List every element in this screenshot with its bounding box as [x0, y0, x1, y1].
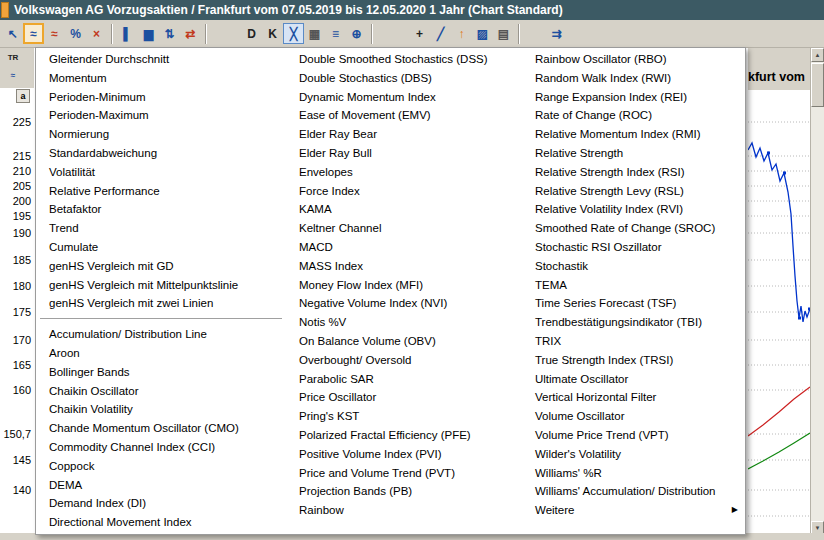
menu-item[interactable]: Keltner Channel	[286, 219, 522, 238]
menu-item[interactable]: Trendbestätigungsindikator (TBI)	[522, 313, 745, 332]
menu-item[interactable]: Bollinger Bands	[36, 363, 286, 382]
menu-item[interactable]: Cumulate	[36, 238, 286, 257]
menu-item[interactable]: Williams' %R	[522, 464, 745, 483]
menu-item[interactable]: Wilder's Volatility	[522, 445, 745, 464]
menu-item[interactable]: Relative Volatility Index (RVI)	[522, 200, 745, 219]
menu-item[interactable]: Aroon	[36, 344, 286, 363]
menu-item[interactable]: genHS Vergleich mit Mittelpunktslinie	[36, 276, 286, 295]
menu-item[interactable]: Normierung	[36, 125, 286, 144]
menu-item[interactable]: Betafaktor	[36, 200, 286, 219]
remove-indicator-button[interactable]: ×	[86, 23, 107, 44]
menu-item-weitere[interactable]: Weitere ▶	[522, 501, 745, 520]
scale-arrows-button[interactable]: ⇅	[159, 23, 180, 44]
menu-item[interactable]: genHS Vergleich mit zwei Linien	[36, 294, 286, 313]
menu-item[interactable]: Demand Index (DI)	[36, 494, 286, 513]
menu-item[interactable]: Double Stochastics (DBS)	[286, 69, 522, 88]
menu-item[interactable]: DEMA	[36, 476, 286, 495]
menu-item[interactable]: Range Expansion Index (REI)	[522, 88, 745, 107]
menu-item[interactable]: Williams' Accumulation/ Distribution	[522, 482, 745, 501]
menu-item[interactable]: Rainbow Oscillator (RBO)	[522, 50, 745, 69]
menu-item[interactable]: MACD	[286, 238, 522, 257]
menu-item[interactable]: Perioden-Maximum	[36, 106, 286, 125]
menu-item[interactable]: TRIX	[522, 332, 745, 351]
menu-item[interactable]: Relative Strength Levy (RSL)	[522, 182, 745, 201]
candle-view-button[interactable]: K	[262, 23, 283, 44]
menu-item[interactable]: Price Oscillator	[286, 388, 522, 407]
menu-item[interactable]: Volatilität	[36, 163, 286, 182]
line-style-button[interactable]: ≡	[325, 23, 346, 44]
menu-item[interactable]: On Balance Volume (OBV)	[286, 332, 522, 351]
menu-item[interactable]: Coppock	[36, 457, 286, 476]
menu-item[interactable]: Smoothed Rate of Change (SROC)	[522, 219, 745, 238]
hatch-tool-button[interactable]: ▨	[472, 23, 493, 44]
menu-item[interactable]: Relative Strength	[522, 144, 745, 163]
trendline-tool-button[interactable]: ╱	[430, 23, 451, 44]
indicator-compare-button[interactable]: ≈	[44, 23, 65, 44]
menu-item[interactable]: Positive Volume Index (PVI)	[286, 445, 522, 464]
vertical-scrollbar[interactable]: ▲ ▼	[810, 48, 824, 535]
menu-item[interactable]: Perioden-Minimum	[36, 88, 286, 107]
menu-item[interactable]: Price and Volume Trend (PVT)	[286, 464, 522, 483]
menu-item[interactable]: Directional Movement Index	[36, 513, 286, 532]
menu-item[interactable]: Pring's KST	[286, 407, 522, 426]
menu-item[interactable]: Envelopes	[286, 163, 522, 182]
menu-item[interactable]: Volume Price Trend (VPT)	[522, 426, 745, 445]
menu-item[interactable]: Dynamic Momentum Index	[286, 88, 522, 107]
menu-item[interactable]: Notis %V	[286, 313, 522, 332]
menu-item[interactable]: Chaikin Volatility	[36, 400, 286, 419]
menu-item[interactable]: Stochastik	[522, 257, 745, 276]
menu-item[interactable]: Relative Momentum Index (RMI)	[522, 125, 745, 144]
menu-item[interactable]: TEMA	[522, 276, 745, 295]
web-button[interactable]: ⊕	[346, 23, 367, 44]
menu-item[interactable]: Vertical Horizontal Filter	[522, 388, 745, 407]
menu-item[interactable]: Gleitender Durchschnitt	[36, 50, 286, 69]
menu-item[interactable]: Ease of Movement (EMV)	[286, 106, 522, 125]
menu-item[interactable]: Relative Performance	[36, 182, 286, 201]
period-day-button[interactable]: D	[241, 23, 262, 44]
menu-item[interactable]: Rate of Change (ROC)	[522, 106, 745, 125]
menu-item[interactable]: True Strength Index (TRSI)	[522, 351, 745, 370]
notes-button[interactable]: ▤	[493, 23, 514, 44]
arrow-marker-button[interactable]: ↑	[451, 23, 472, 44]
add-object-button[interactable]: +	[409, 23, 430, 44]
menu-item[interactable]: Random Walk Index (RWI)	[522, 69, 745, 88]
indicators-menu-button[interactable]: ≈	[23, 23, 44, 44]
menu-item[interactable]: Chaikin Oscillator	[36, 382, 286, 401]
grid-toggle-button[interactable]: ▦	[304, 23, 325, 44]
compare-lines-button[interactable]: ⇄	[180, 23, 201, 44]
menu-item[interactable]: Overbought/ Oversold	[286, 351, 522, 370]
menu-item[interactable]: genHS Vergleich mit GD	[36, 257, 286, 276]
menu-item[interactable]: Elder Ray Bull	[286, 144, 522, 163]
menu-item[interactable]: Negative Volume Index (NVI)	[286, 294, 522, 313]
percent-scale-button[interactable]: %	[65, 23, 86, 44]
menu-item[interactable]: Commodity Channel Index (CCI)	[36, 438, 286, 457]
menu-item[interactable]: Rainbow	[286, 501, 522, 520]
menu-item[interactable]: Trend	[36, 219, 286, 238]
tr-tool-button[interactable]: TR	[2, 49, 24, 66]
side-indicators-button[interactable]: ≈	[2, 67, 24, 84]
menu-item[interactable]: Accumulation/ Distribution Line	[36, 325, 286, 344]
menu-item[interactable]: Time Series Forecast (TSF)	[522, 294, 745, 313]
menu-item[interactable]: Volume Oscillator	[522, 407, 745, 426]
menu-item[interactable]: Ultimate Oscillator	[522, 370, 745, 389]
menu-item[interactable]: Double Smoothed Stochastics (DSS)	[286, 50, 522, 69]
menu-item[interactable]: Relative Strength Index (RSI)	[522, 163, 745, 182]
menu-item[interactable]: Money Flow Index (MFI)	[286, 276, 522, 295]
menu-item[interactable]: Standardabweichung	[36, 144, 286, 163]
menu-item[interactable]: Projection Bands (PB)	[286, 482, 522, 501]
candlestick-chart-button[interactable]: ▌	[117, 23, 138, 44]
menu-item[interactable]: MASS Index	[286, 257, 522, 276]
scroll-up-button[interactable]: ▲	[811, 48, 824, 62]
menu-item[interactable]: Stochastic RSI Oszillator	[522, 238, 745, 257]
bar-chart-button[interactable]: ▆	[138, 23, 159, 44]
menu-item[interactable]: Polarized Fractal Efficiency (PFE)	[286, 426, 522, 445]
menu-item[interactable]: Parabolic SAR	[286, 370, 522, 389]
settings-lines-button[interactable]: ⇉	[546, 23, 567, 44]
menu-item[interactable]: Force Index	[286, 182, 522, 201]
axis-style-button[interactable]: a	[16, 89, 30, 103]
scrollbar-thumb[interactable]	[811, 63, 824, 107]
menu-item[interactable]: Elder Ray Bear	[286, 125, 522, 144]
pointer-tool-button[interactable]: ↖	[2, 23, 23, 44]
menu-item[interactable]: KAMA	[286, 200, 522, 219]
crosshair-button[interactable]: ╳	[283, 23, 304, 44]
